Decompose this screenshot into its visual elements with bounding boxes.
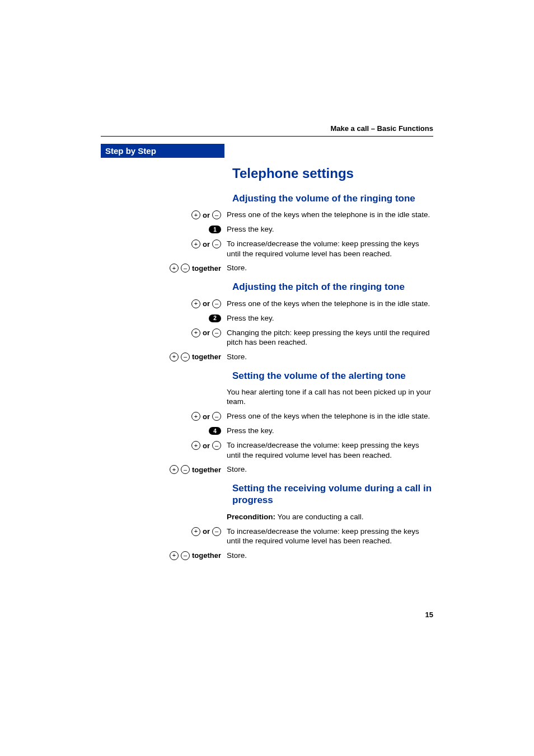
subsection-title: Adjusting the volume of the ringing tone bbox=[232, 192, 433, 204]
step-left: 4 bbox=[101, 426, 227, 436]
plus-key-icon: + bbox=[191, 527, 200, 536]
step-row: +or–Press one of the keys when the telep… bbox=[101, 210, 433, 220]
subsection: Adjusting the pitch of the ringing tone+… bbox=[101, 281, 433, 361]
sidebar-title-text: Step by Step bbox=[105, 146, 156, 156]
step-left: +or– bbox=[101, 440, 227, 450]
step-row: +–togetherStore. bbox=[101, 263, 433, 273]
step-text: Press one of the keys when the telephone… bbox=[227, 299, 433, 309]
step-left: 2 bbox=[101, 313, 227, 323]
or-label: or bbox=[203, 299, 210, 308]
page-number: 15 bbox=[425, 611, 433, 619]
minus-key-icon: – bbox=[181, 353, 190, 361]
step-row: 2Press the key. bbox=[101, 313, 433, 323]
sidebar-title: Step by Step bbox=[101, 144, 224, 158]
step-text: Press the key. bbox=[227, 224, 433, 234]
step-row: +or–Press one of the keys when the telep… bbox=[101, 299, 433, 309]
step-left: +or– bbox=[101, 239, 227, 249]
subsection: Setting the receiving volume during a ca… bbox=[101, 482, 433, 561]
precondition-row: Precondition: You are conducting a call. bbox=[101, 512, 433, 522]
step-left: +–together bbox=[101, 464, 227, 475]
plus-key-icon: + bbox=[191, 299, 200, 308]
step-left: +or– bbox=[101, 411, 227, 421]
step-left: +or– bbox=[101, 299, 227, 309]
step-left: +–together bbox=[101, 352, 227, 362]
or-label: or bbox=[203, 412, 210, 421]
step-text: Press one of the keys when the telephone… bbox=[227, 411, 433, 421]
plus-key-icon: + bbox=[191, 412, 200, 421]
plus-key-icon: + bbox=[170, 465, 179, 474]
step-text: Store. bbox=[227, 551, 433, 561]
minus-key-icon: – bbox=[181, 264, 190, 273]
plus-key-icon: + bbox=[191, 441, 200, 450]
step-row: +or–Changing the pitch: keep pressing th… bbox=[101, 328, 433, 348]
step-row: +or–To increase/decrease the volume: kee… bbox=[101, 239, 433, 259]
step-left bbox=[101, 512, 227, 522]
intro-text: You hear alerting tone if a call has not… bbox=[227, 387, 433, 407]
step-row: +–togetherStore. bbox=[101, 551, 433, 561]
together-label: together bbox=[192, 466, 221, 474]
subsection-title: Setting the receiving volume during a ca… bbox=[232, 482, 433, 506]
minus-key-icon: – bbox=[212, 527, 221, 536]
plus-key-icon: + bbox=[191, 328, 200, 337]
step-row: +or–To increase/decrease the volume: kee… bbox=[101, 440, 433, 460]
precondition-body: You are conducting a call. bbox=[275, 513, 364, 521]
together-label: together bbox=[192, 551, 221, 560]
step-text: To increase/decrease the volume: keep pr… bbox=[227, 440, 433, 460]
intro-row: You hear alerting tone if a call has not… bbox=[101, 387, 433, 407]
document-page: Make a call – Basic Functions Step by St… bbox=[0, 0, 534, 756]
step-text: Changing the pitch: keep pressing the ke… bbox=[227, 328, 433, 348]
step-left: +or– bbox=[101, 328, 227, 338]
step-row: 4Press the key. bbox=[101, 426, 433, 436]
step-text: Store. bbox=[227, 263, 433, 273]
or-label: or bbox=[203, 442, 210, 450]
step-row: +or–Press one of the keys when the telep… bbox=[101, 411, 433, 421]
plus-key-icon: + bbox=[191, 210, 200, 219]
minus-key-icon: – bbox=[212, 328, 221, 337]
or-label: or bbox=[203, 240, 210, 248]
running-title-text: Make a call – Basic Functions bbox=[330, 124, 433, 133]
minus-key-icon: – bbox=[181, 465, 190, 474]
together-label: together bbox=[192, 353, 221, 361]
minus-key-icon: – bbox=[212, 210, 221, 219]
precondition-label: Precondition: bbox=[227, 513, 275, 521]
minus-key-icon: – bbox=[181, 551, 190, 560]
or-label: or bbox=[203, 211, 210, 219]
plus-key-icon: + bbox=[170, 551, 179, 560]
step-text: Press the key. bbox=[227, 426, 433, 436]
minus-key-icon: – bbox=[212, 412, 221, 421]
plus-key-icon: + bbox=[170, 264, 179, 273]
or-label: or bbox=[203, 328, 210, 337]
step-left: +–together bbox=[101, 551, 227, 561]
step-text: Store. bbox=[227, 464, 433, 475]
number-key-icon: 4 bbox=[209, 427, 221, 435]
step-row: +or–To increase/decrease the volume: kee… bbox=[101, 527, 433, 546]
minus-key-icon: – bbox=[212, 441, 221, 450]
step-left: 1 bbox=[101, 224, 227, 234]
subsection: Setting the volume of the alerting toneY… bbox=[101, 370, 433, 475]
step-left bbox=[101, 387, 227, 397]
subsection-title: Adjusting the pitch of the ringing tone bbox=[232, 281, 433, 293]
step-text: Press one of the keys when the telephone… bbox=[227, 210, 433, 220]
running-header: Make a call – Basic Functions bbox=[101, 124, 433, 137]
number-key-icon: 2 bbox=[209, 314, 221, 322]
step-left: +or– bbox=[101, 527, 227, 537]
subsection-title: Setting the volume of the alerting tone bbox=[232, 370, 433, 382]
number-key-icon: 1 bbox=[209, 226, 221, 233]
minus-key-icon: – bbox=[212, 240, 221, 248]
step-row: +–togetherStore. bbox=[101, 464, 433, 475]
step-left: +–together bbox=[101, 263, 227, 273]
plus-key-icon: + bbox=[191, 240, 200, 248]
step-text: Store. bbox=[227, 352, 433, 362]
subsection: Adjusting the volume of the ringing tone… bbox=[101, 192, 433, 273]
together-label: together bbox=[192, 264, 221, 273]
step-left: +or– bbox=[101, 210, 227, 220]
plus-key-icon: + bbox=[170, 353, 179, 361]
or-label: or bbox=[203, 527, 210, 536]
step-text: To increase/decrease the volume: keep pr… bbox=[227, 527, 433, 546]
step-row: 1Press the key. bbox=[101, 224, 433, 234]
step-row: +–togetherStore. bbox=[101, 352, 433, 362]
content-area: Telephone settings Adjusting the volume … bbox=[101, 162, 433, 565]
precondition-text: Precondition: You are conducting a call. bbox=[227, 512, 433, 522]
step-text: To increase/decrease the volume: keep pr… bbox=[227, 239, 433, 259]
page-title: Telephone settings bbox=[232, 166, 433, 181]
